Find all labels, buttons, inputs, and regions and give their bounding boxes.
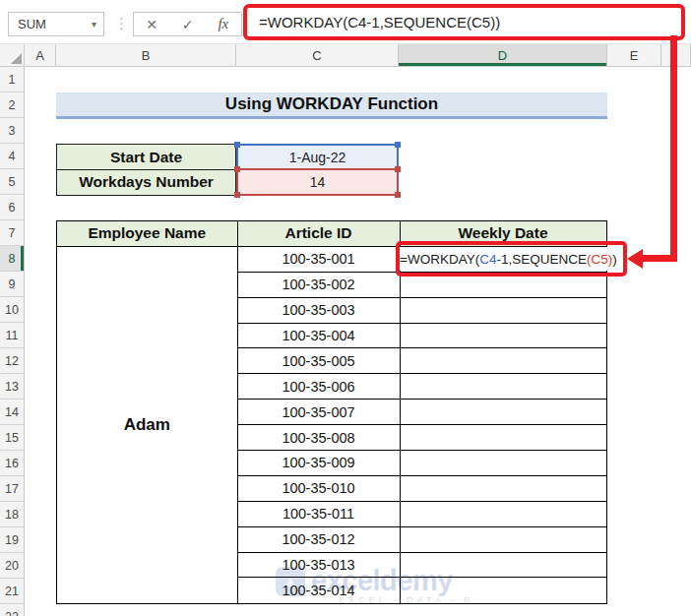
range-handle — [395, 166, 401, 172]
excel-window: SUM ▾ ⋮ ✕ ✓ fx =WORKDAY(C4-1,SEQUENCE(C5… — [0, 0, 691, 616]
row-header-17[interactable]: 17 — [0, 476, 24, 502]
row-header-15[interactable]: 15 — [0, 425, 24, 451]
cell-article-id[interactable]: 100-35-007 — [238, 400, 401, 425]
cell-weekly-date-empty[interactable] — [401, 324, 606, 349]
row-header-column: 12345678910111213141516171819202122 — [0, 67, 25, 616]
range-handle — [395, 142, 401, 148]
cell-article-id[interactable]: 100-35-010 — [238, 476, 401, 502]
cell-weekly-date-empty[interactable] — [401, 400, 606, 425]
column-header-e[interactable]: E — [607, 44, 661, 66]
cell-c4-start-date-value[interactable]: 1-Aug-22 — [236, 144, 399, 170]
row-header-2[interactable]: 2 — [0, 92, 24, 118]
cell-article-id[interactable]: 100-35-003 — [238, 298, 401, 324]
range-handle — [234, 192, 240, 198]
cell-weekly-date-empty[interactable] — [401, 298, 606, 324]
cell-b4-start-date-label[interactable]: Start Date — [56, 144, 236, 170]
cell-employee-name-merged[interactable]: Adam — [57, 247, 238, 603]
row-header-12[interactable]: 12 — [0, 348, 24, 374]
insert-function-icon[interactable]: fx — [206, 13, 241, 35]
formula-bar-annotation-box: =WORKDAY(C4-1,SEQUENCE(C5)) — [243, 4, 685, 40]
name-box-value: SUM — [18, 17, 46, 31]
range-handle — [234, 166, 240, 172]
cell-weekly-date-empty[interactable] — [401, 476, 606, 502]
row-header-21[interactable]: 21 — [0, 579, 24, 604]
title-banner[interactable]: Using WORKDAY Function — [56, 92, 607, 119]
data-table: Employee Name Article ID Weekly Date Ada… — [56, 220, 607, 604]
cell-article-id[interactable]: 100-35-008 — [238, 425, 401, 451]
row-header-5[interactable]: 5 — [0, 169, 24, 195]
select-all-corner[interactable] — [0, 44, 25, 66]
column-header-b[interactable]: B — [56, 44, 236, 66]
table-header-employee-name[interactable]: Employee Name — [57, 221, 238, 247]
cell-weekly-date-empty[interactable] — [401, 578, 606, 603]
row-header-4[interactable]: 4 — [0, 144, 24, 169]
row-header-22[interactable]: 22 — [0, 604, 24, 616]
row-header-16[interactable]: 16 — [0, 451, 24, 476]
cell-weekly-date-empty[interactable] — [401, 527, 606, 553]
formula-bar-input[interactable]: =WORKDAY(C4-1,SEQUENCE(C5)) — [259, 14, 500, 31]
formula-bar-buttons: ✕ ✓ fx — [133, 12, 242, 36]
cell-article-id[interactable]: 100-35-005 — [238, 348, 401, 374]
d8-annotation-box — [396, 241, 627, 277]
column-header-c[interactable]: C — [236, 44, 399, 66]
column-header-d[interactable]: D — [399, 44, 607, 66]
enter-icon[interactable]: ✓ — [169, 13, 205, 35]
row-header-9[interactable]: 9 — [0, 272, 24, 297]
cell-article-id[interactable]: 100-35-014 — [238, 578, 401, 603]
row-header-3[interactable]: 3 — [0, 118, 24, 144]
cancel-icon[interactable]: ✕ — [134, 13, 169, 35]
cell-weekly-date-empty[interactable] — [401, 348, 606, 374]
cell-article-id[interactable]: 100-35-012 — [238, 527, 401, 553]
cell-article-id[interactable]: 100-35-004 — [238, 324, 401, 349]
formula-bar-separator: ⋮ — [114, 11, 129, 36]
cell-weekly-date-empty[interactable] — [401, 451, 606, 476]
column-header-row: ABCDE — [0, 44, 691, 67]
row-header-19[interactable]: 19 — [0, 527, 24, 553]
row-header-8[interactable]: 8 — [0, 246, 24, 272]
row-header-14[interactable]: 14 — [0, 400, 24, 425]
table-header-article-id[interactable]: Article ID — [238, 221, 401, 247]
range-handle — [234, 142, 240, 148]
row-header-7[interactable]: 7 — [0, 220, 24, 246]
cell-b5-workdays-label[interactable]: Workdays Number — [56, 169, 236, 196]
cell-weekly-date-empty[interactable] — [401, 425, 606, 451]
cell-weekly-date-empty[interactable] — [401, 553, 606, 579]
cell-article-id[interactable]: 100-35-009 — [238, 451, 401, 476]
page-title: Using WORKDAY Function — [225, 94, 438, 114]
cell-article-id[interactable]: 100-35-006 — [238, 374, 401, 400]
cell-weekly-date-empty[interactable] — [401, 374, 606, 400]
row-header-18[interactable]: 18 — [0, 502, 24, 527]
name-box[interactable]: SUM ▾ — [8, 12, 104, 36]
row-header-11[interactable]: 11 — [0, 323, 24, 348]
row-header-20[interactable]: 20 — [0, 553, 24, 579]
annotation-arrow-stem — [670, 35, 677, 262]
range-handle — [395, 192, 401, 198]
row-header-1[interactable]: 1 — [0, 67, 24, 92]
row-header-6[interactable]: 6 — [0, 195, 24, 220]
formula-bar-row: SUM ▾ ⋮ ✕ ✓ fx =WORKDAY(C4-1,SEQUENCE(C5… — [0, 0, 691, 44]
column-header-a[interactable]: A — [25, 44, 56, 66]
cell-article-id[interactable]: 100-35-002 — [238, 273, 401, 298]
cell-article-id[interactable]: 100-35-011 — [238, 502, 401, 527]
name-box-dropdown-icon[interactable]: ▾ — [92, 19, 103, 30]
cell-article-id[interactable]: 100-35-001 — [238, 247, 401, 273]
cell-article-id[interactable]: 100-35-013 — [238, 553, 401, 579]
row-header-13[interactable]: 13 — [0, 374, 24, 400]
cell-weekly-date-empty[interactable] — [401, 502, 606, 527]
row-header-10[interactable]: 10 — [0, 297, 24, 323]
cell-c5-workdays-value[interactable]: 14 — [236, 168, 399, 196]
